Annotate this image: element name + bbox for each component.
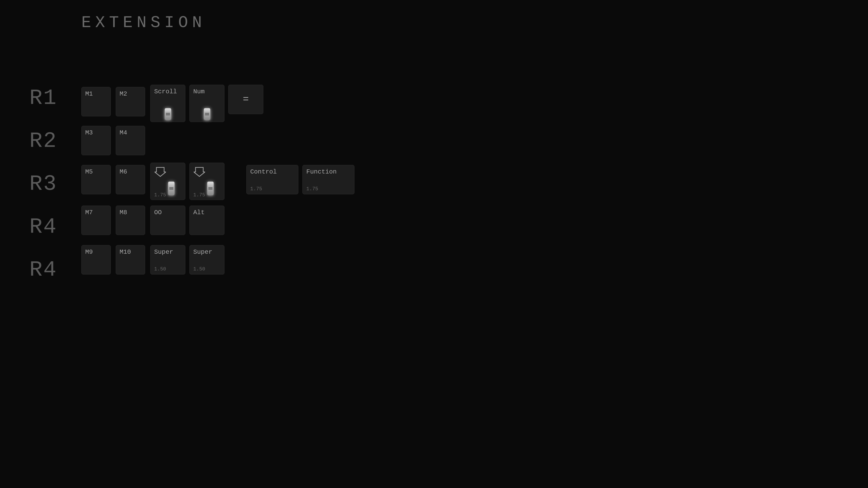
key-m9-label: M9: [85, 249, 93, 256]
svg-marker-1: [194, 167, 205, 176]
key-m1[interactable]: M1: [81, 87, 111, 116]
row-label-r2: R2: [29, 129, 57, 153]
key-m2[interactable]: M2: [116, 87, 145, 116]
key-m3-label: M3: [85, 129, 93, 136]
key-scroll-label: Scroll: [154, 88, 177, 95]
row-label-r4-1: R4: [29, 215, 57, 239]
key-arrow-down-1-value: 1.75: [154, 192, 166, 198]
page-title: EXTENSION: [81, 13, 206, 32]
key-m4[interactable]: M4: [116, 126, 145, 155]
num-slider-thumb[interactable]: [204, 108, 210, 120]
key-arrow-down-1[interactable]: 1.75: [150, 163, 185, 200]
key-m10-label: M10: [120, 249, 131, 256]
key-m3[interactable]: M3: [81, 126, 111, 155]
key-arrow-down-2-value: 1.75: [193, 192, 205, 198]
key-m5-label: M5: [85, 168, 93, 175]
key-num-label: Num: [193, 88, 205, 95]
key-super-2-value: 1.50: [193, 266, 205, 272]
arrow-down-2-slider-thumb[interactable]: [207, 182, 214, 195]
down-arrow-icon-1: [155, 167, 166, 177]
key-m7-label: M7: [85, 209, 93, 216]
key-m2-label: M2: [120, 90, 127, 97]
key-m4-label: M4: [120, 129, 127, 136]
key-super-2[interactable]: Super 1.50: [189, 245, 224, 274]
key-function-value: 1.75: [306, 186, 318, 192]
row-label-r3: R3: [29, 172, 57, 196]
key-m6-label: M6: [120, 168, 127, 175]
key-super-1-value: 1.50: [154, 266, 166, 272]
key-m9[interactable]: M9: [81, 245, 111, 274]
arrow-down-1-slider-thumb[interactable]: [168, 182, 175, 195]
key-oo-label: OO: [154, 209, 162, 216]
key-function-label: Function: [306, 168, 337, 175]
key-oo[interactable]: OO: [150, 205, 185, 235]
key-m8[interactable]: M8: [116, 205, 145, 235]
key-super-1[interactable]: Super 1.50: [150, 245, 185, 274]
key-eq[interactable]: =: [228, 85, 264, 114]
key-m6[interactable]: M6: [116, 165, 145, 194]
down-arrow-icon-2: [194, 167, 205, 177]
key-m8-label: M8: [120, 209, 127, 216]
svg-marker-0: [155, 167, 166, 176]
key-alt-label: Alt: [193, 209, 205, 216]
key-super-1-label: Super: [154, 249, 173, 256]
key-eq-label: =: [243, 94, 249, 104]
row-label-r1: R1: [29, 86, 57, 110]
key-control-label: Control: [250, 168, 277, 175]
scroll-slider-thumb[interactable]: [165, 108, 171, 120]
key-arrow-down-2[interactable]: 1.75: [189, 163, 224, 200]
key-m7[interactable]: M7: [81, 205, 111, 235]
key-num[interactable]: Num: [189, 85, 224, 122]
key-scroll[interactable]: Scroll: [150, 85, 185, 122]
key-function[interactable]: Function 1.75: [303, 165, 354, 194]
key-alt[interactable]: Alt: [189, 205, 224, 235]
key-m5[interactable]: M5: [81, 165, 111, 194]
row-label-r4-2: R4: [29, 258, 57, 282]
key-m1-label: M1: [85, 90, 93, 97]
key-super-2-label: Super: [193, 249, 212, 256]
key-control-value: 1.75: [250, 186, 262, 192]
key-control[interactable]: Control 1.75: [246, 165, 298, 194]
key-m10[interactable]: M10: [116, 245, 145, 274]
